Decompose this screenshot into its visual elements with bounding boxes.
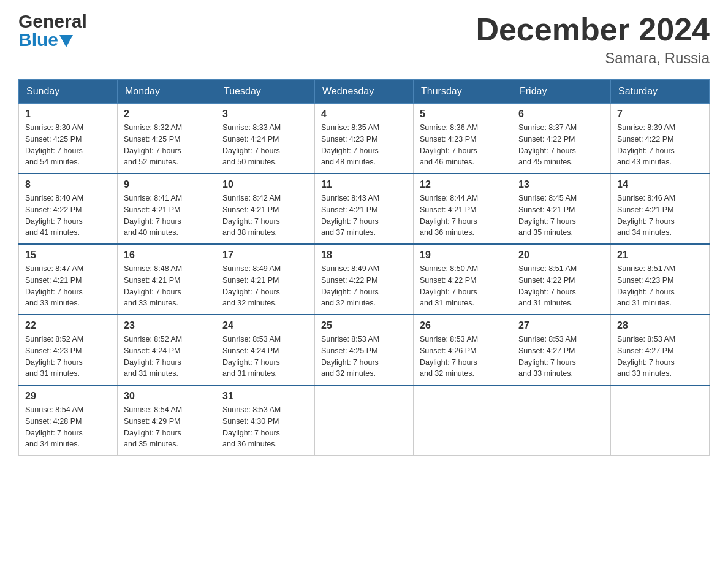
day-info: Sunrise: 8:49 AM Sunset: 4:22 PM Dayligh… (321, 263, 407, 309)
day-info: Sunrise: 8:45 AM Sunset: 4:21 PM Dayligh… (518, 193, 604, 239)
day-number: 23 (124, 320, 210, 331)
day-number: 17 (222, 250, 308, 261)
day-info: Sunrise: 8:40 AM Sunset: 4:22 PM Dayligh… (25, 193, 111, 239)
day-number: 26 (420, 320, 506, 331)
day-number: 14 (617, 179, 703, 190)
day-info: Sunrise: 8:33 AM Sunset: 4:24 PM Dayligh… (222, 122, 308, 168)
day-number: 3 (222, 109, 308, 120)
page-header: General Blue December 2024 Samara, Russi… (18, 12, 710, 67)
day-info: Sunrise: 8:53 AM Sunset: 4:30 PM Dayligh… (222, 404, 308, 450)
calendar-cell: 11 Sunrise: 8:43 AM Sunset: 4:21 PM Dayl… (315, 174, 414, 244)
day-number: 25 (321, 320, 407, 331)
col-sunday: Sunday (19, 80, 118, 104)
day-info: Sunrise: 8:52 AM Sunset: 4:24 PM Dayligh… (124, 334, 210, 380)
col-friday: Friday (512, 80, 611, 104)
calendar-cell: 23 Sunrise: 8:52 AM Sunset: 4:24 PM Dayl… (118, 315, 216, 385)
day-number: 10 (222, 179, 308, 190)
calendar-cell: 2 Sunrise: 8:32 AM Sunset: 4:25 PM Dayli… (118, 104, 216, 174)
day-number: 5 (420, 109, 506, 120)
col-monday: Monday (118, 80, 216, 104)
day-number: 20 (518, 250, 604, 261)
calendar-cell (611, 385, 710, 456)
day-info: Sunrise: 8:51 AM Sunset: 4:22 PM Dayligh… (518, 263, 604, 309)
day-info: Sunrise: 8:42 AM Sunset: 4:21 PM Dayligh… (222, 193, 308, 239)
day-info: Sunrise: 8:54 AM Sunset: 4:28 PM Dayligh… (25, 404, 111, 450)
day-number: 15 (25, 250, 111, 261)
day-info: Sunrise: 8:32 AM Sunset: 4:25 PM Dayligh… (124, 122, 210, 168)
calendar-cell: 27 Sunrise: 8:53 AM Sunset: 4:27 PM Dayl… (512, 315, 611, 385)
calendar-cell: 21 Sunrise: 8:51 AM Sunset: 4:23 PM Dayl… (611, 244, 710, 315)
day-info: Sunrise: 8:39 AM Sunset: 4:22 PM Dayligh… (617, 122, 703, 168)
calendar-cell: 3 Sunrise: 8:33 AM Sunset: 4:24 PM Dayli… (216, 104, 315, 174)
calendar-cell: 9 Sunrise: 8:41 AM Sunset: 4:21 PM Dayli… (118, 174, 216, 244)
col-wednesday: Wednesday (315, 80, 414, 104)
day-info: Sunrise: 8:46 AM Sunset: 4:21 PM Dayligh… (617, 193, 703, 239)
logo-blue-text: Blue (18, 31, 58, 49)
calendar-cell: 29 Sunrise: 8:54 AM Sunset: 4:28 PM Dayl… (19, 385, 118, 456)
day-number: 4 (321, 109, 407, 120)
day-number: 21 (617, 250, 703, 261)
day-number: 18 (321, 250, 407, 261)
calendar-cell: 26 Sunrise: 8:53 AM Sunset: 4:26 PM Dayl… (414, 315, 512, 385)
day-number: 28 (617, 320, 703, 331)
calendar-cell: 4 Sunrise: 8:35 AM Sunset: 4:23 PM Dayli… (315, 104, 414, 174)
calendar-cell: 14 Sunrise: 8:46 AM Sunset: 4:21 PM Dayl… (611, 174, 710, 244)
calendar-cell: 7 Sunrise: 8:39 AM Sunset: 4:22 PM Dayli… (611, 104, 710, 174)
calendar-cell: 1 Sunrise: 8:30 AM Sunset: 4:25 PM Dayli… (19, 104, 118, 174)
day-number: 31 (222, 391, 308, 402)
calendar-cell (315, 385, 414, 456)
day-info: Sunrise: 8:53 AM Sunset: 4:24 PM Dayligh… (222, 334, 308, 380)
day-info: Sunrise: 8:35 AM Sunset: 4:23 PM Dayligh… (321, 122, 407, 168)
calendar-cell: 24 Sunrise: 8:53 AM Sunset: 4:24 PM Dayl… (216, 315, 315, 385)
day-info: Sunrise: 8:51 AM Sunset: 4:23 PM Dayligh… (617, 263, 703, 309)
day-number: 2 (124, 109, 210, 120)
day-number: 12 (420, 179, 506, 190)
calendar-week-2: 8 Sunrise: 8:40 AM Sunset: 4:22 PM Dayli… (19, 174, 710, 244)
calendar-week-4: 22 Sunrise: 8:52 AM Sunset: 4:23 PM Dayl… (19, 315, 710, 385)
day-info: Sunrise: 8:37 AM Sunset: 4:22 PM Dayligh… (518, 122, 604, 168)
day-number: 22 (25, 320, 111, 331)
day-info: Sunrise: 8:54 AM Sunset: 4:29 PM Dayligh… (124, 404, 210, 450)
calendar-cell: 31 Sunrise: 8:53 AM Sunset: 4:30 PM Dayl… (216, 385, 315, 456)
day-number: 16 (124, 250, 210, 261)
day-info: Sunrise: 8:53 AM Sunset: 4:27 PM Dayligh… (617, 334, 703, 380)
page-title: December 2024 (476, 12, 710, 47)
calendar-cell: 12 Sunrise: 8:44 AM Sunset: 4:21 PM Dayl… (414, 174, 512, 244)
day-number: 27 (518, 320, 604, 331)
col-saturday: Saturday (611, 80, 710, 104)
calendar-week-3: 15 Sunrise: 8:47 AM Sunset: 4:21 PM Dayl… (19, 244, 710, 315)
day-info: Sunrise: 8:53 AM Sunset: 4:26 PM Dayligh… (420, 334, 506, 380)
day-number: 24 (222, 320, 308, 331)
calendar-cell: 5 Sunrise: 8:36 AM Sunset: 4:23 PM Dayli… (414, 104, 512, 174)
logo-general-text: General (18, 12, 87, 31)
logo-arrow-icon (59, 35, 73, 47)
day-number: 6 (518, 109, 604, 120)
calendar-cell: 20 Sunrise: 8:51 AM Sunset: 4:22 PM Dayl… (512, 244, 611, 315)
calendar-cell: 18 Sunrise: 8:49 AM Sunset: 4:22 PM Dayl… (315, 244, 414, 315)
day-info: Sunrise: 8:48 AM Sunset: 4:21 PM Dayligh… (124, 263, 210, 309)
day-number: 9 (124, 179, 210, 190)
calendar-cell (414, 385, 512, 456)
day-number: 30 (124, 391, 210, 402)
day-number: 11 (321, 179, 407, 190)
col-thursday: Thursday (414, 80, 512, 104)
calendar-table: Sunday Monday Tuesday Wednesday Thursday… (18, 79, 710, 456)
calendar-cell: 8 Sunrise: 8:40 AM Sunset: 4:22 PM Dayli… (19, 174, 118, 244)
day-number: 13 (518, 179, 604, 190)
day-number: 19 (420, 250, 506, 261)
calendar-cell: 13 Sunrise: 8:45 AM Sunset: 4:21 PM Dayl… (512, 174, 611, 244)
day-info: Sunrise: 8:52 AM Sunset: 4:23 PM Dayligh… (25, 334, 111, 380)
calendar-cell: 22 Sunrise: 8:52 AM Sunset: 4:23 PM Dayl… (19, 315, 118, 385)
calendar-cell: 19 Sunrise: 8:50 AM Sunset: 4:22 PM Dayl… (414, 244, 512, 315)
logo: General Blue (18, 12, 87, 49)
day-info: Sunrise: 8:41 AM Sunset: 4:21 PM Dayligh… (124, 193, 210, 239)
day-info: Sunrise: 8:47 AM Sunset: 4:21 PM Dayligh… (25, 263, 111, 309)
calendar-cell: 25 Sunrise: 8:53 AM Sunset: 4:25 PM Dayl… (315, 315, 414, 385)
calendar-cell: 6 Sunrise: 8:37 AM Sunset: 4:22 PM Dayli… (512, 104, 611, 174)
day-info: Sunrise: 8:50 AM Sunset: 4:22 PM Dayligh… (420, 263, 506, 309)
day-number: 8 (25, 179, 111, 190)
day-number: 1 (25, 109, 111, 120)
page-subtitle: Samara, Russia (476, 50, 710, 67)
calendar-cell: 28 Sunrise: 8:53 AM Sunset: 4:27 PM Dayl… (611, 315, 710, 385)
col-tuesday: Tuesday (216, 80, 315, 104)
